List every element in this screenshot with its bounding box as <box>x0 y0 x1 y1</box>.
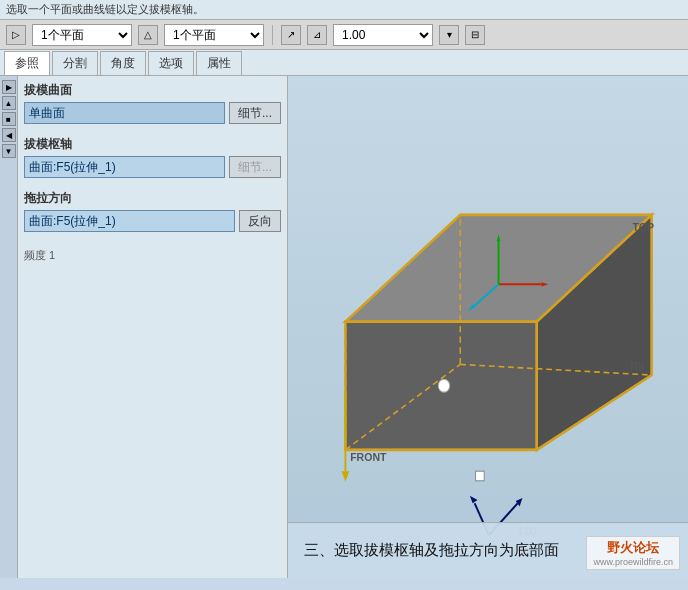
sidebar-btn-5[interactable]: ▼ <box>2 144 16 158</box>
tab-row: 参照 分割 角度 选项 属性 <box>0 50 688 76</box>
divider-1 <box>272 25 273 45</box>
bottom-instruction-text: 三、选取拔模枢轴及拖拉方向为底部面 <box>304 541 559 560</box>
tab-properties[interactable]: 属性 <box>196 51 242 75</box>
panel-section-draft-surface: 拔模曲面 细节... <box>24 82 281 128</box>
main-content: ▶ ▲ ■ ◀ ▼ 拔模曲面 细节... 拔模枢轴 细节... 拖拉方向 <box>0 76 688 578</box>
scale-select[interactable]: 1.00 <box>333 24 433 46</box>
instruction-bar: 选取一个平面或曲线链以定义拔模枢轴。 <box>0 0 688 20</box>
draft-axis-input[interactable] <box>24 156 225 178</box>
pull-dir-reverse-btn[interactable]: 反向 <box>239 210 281 232</box>
pull-dir-title: 拖拉方向 <box>24 190 281 207</box>
sidebar-btn-3[interactable]: ■ <box>2 112 16 126</box>
toolbar: ▷ 1个平面 △ 1个平面 ↗ ⊿ 1.00 ▾ ⊟ <box>0 20 688 50</box>
panel-section-pull-dir: 拖拉方向 反向 <box>24 190 281 236</box>
left-sidebar: ▶ ▲ ■ ◀ ▼ <box>0 76 18 578</box>
svg-text:TOP: TOP <box>632 220 654 233</box>
draft-axis-row: 细节... <box>24 156 281 178</box>
instruction-text: 选取一个平面或曲线链以定义拔模枢轴。 <box>6 2 204 17</box>
panel-section-draft-axis: 拔模枢轴 细节... <box>24 136 281 182</box>
plane-select-2[interactable]: 1个平面 <box>164 24 264 46</box>
watermark-url: www.proewildfire.cn <box>593 557 673 567</box>
watermark: 野火论坛 www.proewildfire.cn <box>586 536 680 570</box>
draft-surface-title: 拔模曲面 <box>24 82 281 99</box>
pull-dir-row: 反向 <box>24 210 281 232</box>
draft-surface-input[interactable] <box>24 102 225 124</box>
viewport-svg: 1.00 FRONT TOP Rit <box>288 76 688 578</box>
tab-reference[interactable]: 参照 <box>4 51 50 75</box>
sidebar-btn-2[interactable]: ▲ <box>2 96 16 110</box>
toolbar-icon-1[interactable]: ▷ <box>6 25 26 45</box>
sidebar-btn-4[interactable]: ◀ <box>2 128 16 142</box>
draft-surface-detail-btn[interactable]: 细节... <box>229 102 281 124</box>
plane-select-1[interactable]: 1个平面 <box>32 24 132 46</box>
tab-split[interactable]: 分割 <box>52 51 98 75</box>
pull-dir-input[interactable] <box>24 210 235 232</box>
toolbar-icon-6[interactable]: ⊟ <box>465 25 485 45</box>
toolbar-icon-2[interactable]: △ <box>138 25 158 45</box>
panel-area: 拔模曲面 细节... 拔模枢轴 细节... 拖拉方向 反向 频度 1 <box>18 76 288 578</box>
tab-angle[interactable]: 角度 <box>100 51 146 75</box>
panel-note: 频度 1 <box>24 248 281 263</box>
svg-point-22 <box>438 379 449 392</box>
watermark-title: 野火论坛 <box>593 539 673 557</box>
draft-axis-detail-btn[interactable]: 细节... <box>229 156 281 178</box>
toolbar-icon-4[interactable]: ⊿ <box>307 25 327 45</box>
tab-options[interactable]: 选项 <box>148 51 194 75</box>
toolbar-icon-5[interactable]: ▾ <box>439 25 459 45</box>
draft-surface-row: 细节... <box>24 102 281 124</box>
svg-rect-23 <box>476 471 485 481</box>
viewport[interactable]: 1.00 FRONT TOP Rit 三、选取拔模枢轴及拖拉方向为底部面 野火论… <box>288 76 688 578</box>
toolbar-icon-3[interactable]: ↗ <box>281 25 301 45</box>
sidebar-btn-1[interactable]: ▶ <box>2 80 16 94</box>
svg-text:Rit: Rit <box>631 359 645 372</box>
draft-axis-title: 拔模枢轴 <box>24 136 281 153</box>
svg-text:FRONT: FRONT <box>350 450 386 463</box>
